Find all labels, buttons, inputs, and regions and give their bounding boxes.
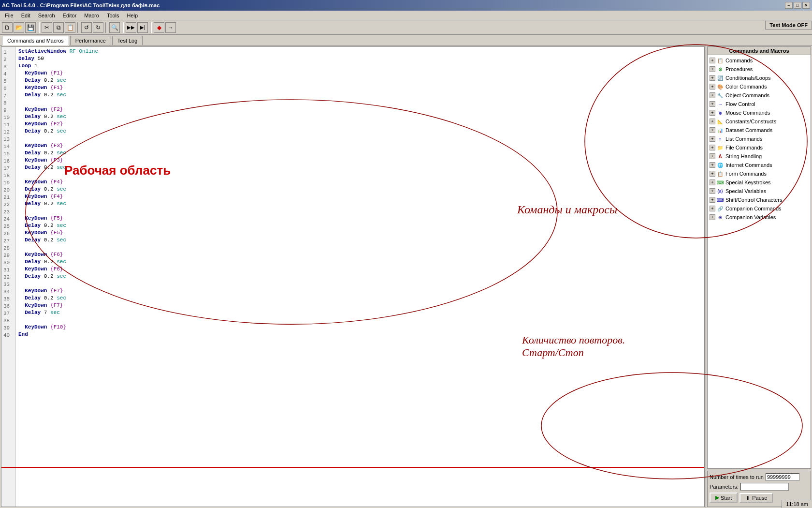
companion-variables-icon: ✳ <box>716 213 724 221</box>
menu-tools[interactable]: Tools <box>104 12 122 19</box>
expand-color[interactable]: + <box>710 84 715 90</box>
code-line-15: Delay 0.2 sec <box>18 149 702 157</box>
code-line-40: End <box>18 331 702 338</box>
commands-panel: Commands and Macros + 📋 Commands + ⚙ Pro… <box>707 46 811 469</box>
tree-item-file-commands[interactable]: + 📁 File Commands <box>709 143 810 152</box>
tree-item-dataset[interactable]: + 📊 Dataset Commands <box>709 126 810 134</box>
tab-test-log[interactable]: Test Log <box>112 36 143 45</box>
tree-item-special-keystrokes[interactable]: + ⌨ Special Keystrokes <box>709 178 810 187</box>
tree-item-shift-control[interactable]: + ⌨ Shift/Control Characters <box>709 195 810 204</box>
expand-dataset[interactable]: + <box>710 127 715 133</box>
tree-item-companion-commands[interactable]: + 🔗 Companion Commands <box>709 204 810 213</box>
expand-mouse[interactable]: + <box>710 110 715 116</box>
tree-item-string-handling[interactable]: + A String Handling <box>709 152 810 161</box>
tree-item-form-commands[interactable]: + 📋 Form Commands <box>709 169 810 178</box>
find-button[interactable]: 🔍 <box>109 22 120 33</box>
code-content[interactable]: SetActiveWindow RF Online Delay 50 Loop … <box>16 47 704 507</box>
tree-item-color-commands[interactable]: + 🎨 Color Commands <box>709 82 810 91</box>
menu-macro[interactable]: Macro <box>81 12 102 19</box>
open-button[interactable]: 📂 <box>14 22 24 33</box>
pause-button[interactable]: ⏸ Pause <box>740 493 773 503</box>
tree-item-internet-commands[interactable]: + 🌐 Internet Commands <box>709 161 810 169</box>
companion-commands-icon: 🔗 <box>716 205 724 212</box>
expand-string[interactable]: + <box>710 153 715 159</box>
redo-button[interactable]: ↻ <box>93 22 103 33</box>
run-toolbar-button[interactable]: ▶▶ <box>126 22 136 33</box>
code-line-11: KeyDown {F2} <box>18 120 702 128</box>
tree-item-companion-variables[interactable]: + ✳ Companion Variables <box>709 213 810 222</box>
menu-search[interactable]: Search <box>35 12 58 19</box>
expand-form[interactable]: + <box>710 171 715 177</box>
expand-keystrokes[interactable]: + <box>710 179 715 185</box>
expand-conditionals[interactable]: + <box>710 75 715 81</box>
expand-internet[interactable]: + <box>710 162 715 168</box>
tree-item-special-variables[interactable]: + {a} Special Variables <box>709 187 810 195</box>
right-panel: Commands and Macros + 📋 Commands + ⚙ Pro… <box>706 45 812 508</box>
arrow-button[interactable]: → <box>165 22 176 33</box>
companion-commands-label: Companion Commands <box>725 206 782 211</box>
code-line-22: Delay 0.2 sec <box>18 200 702 208</box>
new-button[interactable]: 🗋 <box>2 22 13 33</box>
expand-companion-var[interactable]: + <box>710 214 715 220</box>
code-line-33 <box>18 280 702 287</box>
close-button[interactable]: × <box>802 2 810 9</box>
expand-file[interactable]: + <box>710 145 715 150</box>
test-mode-button[interactable]: Test Mode OFF <box>765 21 812 30</box>
expand-constants[interactable]: + <box>710 119 715 124</box>
expand-procedures[interactable]: + <box>710 66 715 72</box>
code-line-34: KeyDown {F7} <box>18 287 702 295</box>
tree-item-conditionals[interactable]: + 🔄 Conditionals/Loops <box>709 74 810 82</box>
toolbar-sep2 <box>77 22 79 33</box>
tree-item-constants[interactable]: + 📐 Constants/Constructs <box>709 117 810 126</box>
toolbar-sep1 <box>38 22 40 33</box>
times-input[interactable] <box>766 473 799 481</box>
expand-commands[interactable]: + <box>710 58 715 63</box>
minimize-button[interactable]: − <box>785 2 793 9</box>
undo-button[interactable]: ↺ <box>81 22 92 33</box>
menu-help[interactable]: Help <box>124 12 141 19</box>
file-commands-label: File Commands <box>725 145 763 150</box>
dataset-commands-label: Dataset Commands <box>725 127 772 133</box>
tab-performance[interactable]: Performance <box>70 36 111 45</box>
tree-item-commands[interactable]: + 📋 Commands <box>709 56 810 65</box>
companion-variables-label: Companion Variables <box>725 214 776 220</box>
expand-object[interactable]: + <box>710 92 715 98</box>
tree-item-mouse-commands[interactable]: + 🖱 Mouse Commands <box>709 108 810 117</box>
menu-file[interactable]: File <box>2 12 16 19</box>
tree-item-list-commands[interactable]: + ≡ List Commands <box>709 134 810 143</box>
tree-item-procedures[interactable]: + ⚙ Procedures <box>709 65 810 74</box>
tree-item-flow-control[interactable]: + → Flow Control <box>709 100 810 108</box>
expand-special-vars[interactable]: + <box>710 188 715 194</box>
step-button[interactable]: ▶| <box>137 22 148 33</box>
editor-area[interactable]: Рабочая область 12345 678910 1112131415 … <box>1 46 705 507</box>
expand-companion-cmd[interactable]: + <box>710 206 715 211</box>
maximize-button[interactable]: □ <box>794 2 801 9</box>
mouse-commands-label: Mouse Commands <box>725 110 770 116</box>
paste-button[interactable]: 📋 <box>65 22 75 33</box>
expand-flow[interactable]: + <box>710 101 715 107</box>
code-line-21: KeyDown {F4} <box>18 193 702 200</box>
string-handling-label: String Handling <box>725 153 762 159</box>
start-button[interactable]: ▶ Start <box>710 493 738 503</box>
commands-tree[interactable]: + 📋 Commands + ⚙ Procedures + 🔄 Conditio… <box>708 55 811 466</box>
diamond-button[interactable]: ◆ <box>154 22 164 33</box>
params-input[interactable] <box>740 483 789 491</box>
save-button[interactable]: 💾 <box>25 22 36 33</box>
expand-list[interactable]: + <box>710 136 715 142</box>
start-label: Start <box>721 495 732 501</box>
menu-editor[interactable]: Editor <box>60 12 80 19</box>
time-display: 11:18 am <box>786 501 808 507</box>
string-handling-icon: A <box>716 152 724 160</box>
list-commands-label: List Commands <box>725 136 762 142</box>
menu-edit[interactable]: Edit <box>18 12 33 19</box>
copy-button[interactable]: ⧉ <box>53 22 64 33</box>
form-commands-icon: 📋 <box>716 170 724 178</box>
expand-shift[interactable]: + <box>710 197 715 203</box>
conditionals-label: Conditionals/Loops <box>725 75 771 81</box>
code-line-3: Loop 1 <box>18 62 702 70</box>
tree-item-object-commands[interactable]: + 🔧 Object Commands <box>709 91 810 100</box>
tab-commands-macros[interactable]: Commands and Macros <box>2 36 69 45</box>
cut-button[interactable]: ✂ <box>42 22 52 33</box>
times-label: Number of times to run <box>710 474 764 480</box>
code-line-7: Delay 0.2 sec <box>18 91 702 99</box>
